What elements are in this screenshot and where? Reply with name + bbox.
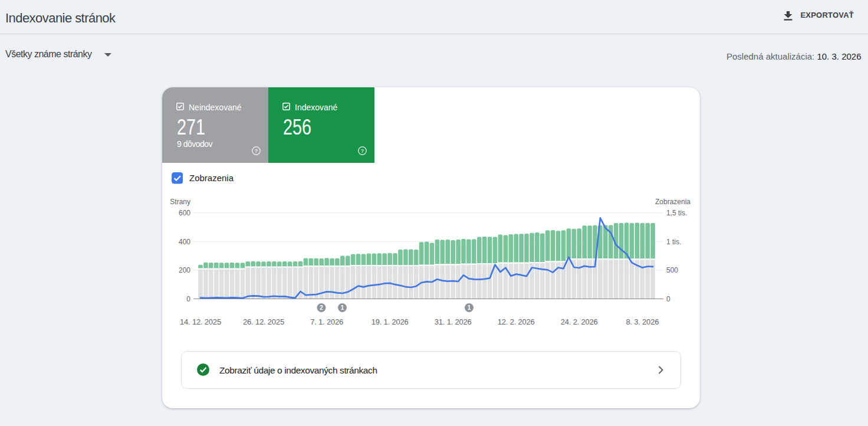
- svg-text:2: 2: [320, 304, 323, 311]
- svg-text:31. 1. 2026: 31. 1. 2026: [435, 317, 472, 326]
- svg-text:500: 500: [666, 266, 678, 274]
- svg-text:0: 0: [666, 295, 670, 303]
- svg-text:26. 12. 2025: 26. 12. 2025: [243, 317, 284, 326]
- svg-text:7. 1. 2026: 7. 1. 2026: [310, 317, 343, 326]
- svg-text:?: ?: [255, 148, 258, 154]
- svg-text:1: 1: [468, 304, 471, 311]
- svg-text:1 tis.: 1 tis.: [666, 238, 681, 246]
- svg-text:?: ?: [361, 148, 364, 154]
- svg-text:600: 600: [179, 209, 190, 217]
- svg-text:1: 1: [341, 304, 344, 311]
- svg-text:Strany: Strany: [170, 198, 190, 206]
- svg-text:14. 12. 2025: 14. 12. 2025: [180, 317, 221, 326]
- svg-text:12. 2. 2026: 12. 2. 2026: [498, 317, 535, 326]
- svg-text:24. 2. 2026: 24. 2. 2026: [561, 317, 598, 326]
- svg-text:1,5 tis.: 1,5 tis.: [666, 209, 687, 217]
- svg-text:19. 1. 2026: 19. 1. 2026: [371, 317, 409, 326]
- svg-text:400: 400: [179, 238, 190, 246]
- svg-text:8. 3. 2026: 8. 3. 2026: [626, 317, 659, 326]
- svg-text:Zobrazenia: Zobrazenia: [655, 198, 691, 206]
- svg-text:200: 200: [179, 266, 190, 274]
- svg-text:0: 0: [186, 295, 190, 303]
